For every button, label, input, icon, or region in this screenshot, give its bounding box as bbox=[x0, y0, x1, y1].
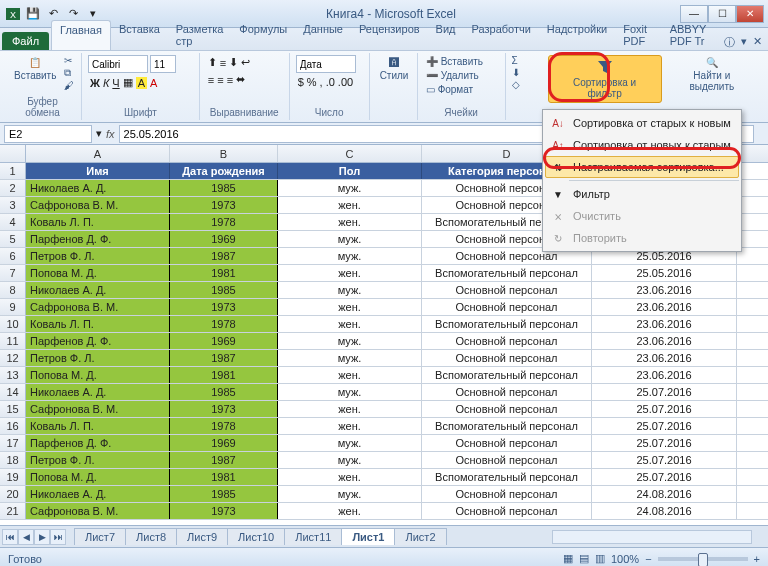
row-header-14[interactable]: 14 bbox=[0, 384, 26, 400]
table-row[interactable]: 15Сафронова В. М.1973жен.Основной персон… bbox=[0, 401, 768, 418]
sheet-tab-Лист8[interactable]: Лист8 bbox=[125, 528, 177, 545]
ribbon-tab-8[interactable]: Надстройки bbox=[539, 20, 615, 50]
cell[interactable]: 1985 bbox=[170, 282, 278, 298]
cell[interactable]: жен. bbox=[278, 299, 422, 315]
cell[interactable]: Вспомогательный персонал bbox=[422, 418, 592, 434]
cell[interactable]: жен. bbox=[278, 469, 422, 485]
cell[interactable]: Коваль Л. П. bbox=[26, 316, 170, 332]
font-size-input[interactable] bbox=[150, 55, 176, 73]
row-header-2[interactable]: 2 bbox=[0, 180, 26, 196]
save-icon[interactable]: 💾 bbox=[24, 5, 42, 23]
table-row[interactable]: 16Коваль Л. П.1978жен.Вспомогательный пе… bbox=[0, 418, 768, 435]
tab-nav-next-icon[interactable]: ▶ bbox=[34, 529, 50, 545]
column-header-B[interactable]: B bbox=[170, 145, 278, 162]
cell[interactable]: Основной персонал bbox=[422, 384, 592, 400]
cell[interactable]: 25.05.2016 bbox=[592, 265, 737, 281]
cell[interactable]: 1969 bbox=[170, 435, 278, 451]
cell[interactable]: муж. bbox=[278, 282, 422, 298]
decrease-decimal-icon[interactable]: .00 bbox=[338, 76, 353, 88]
namebox-dropdown-icon[interactable]: ▾ bbox=[96, 127, 102, 140]
file-tab[interactable]: Файл bbox=[2, 32, 49, 50]
cell[interactable]: 1973 bbox=[170, 503, 278, 519]
table-row[interactable]: 12Петров Ф. Л.1987муж.Основной персонал2… bbox=[0, 350, 768, 367]
view-pagebreak-icon[interactable]: ▥ bbox=[595, 552, 605, 565]
italic-button[interactable]: К bbox=[103, 77, 109, 89]
row-header-3[interactable]: 3 bbox=[0, 197, 26, 213]
align-right-icon[interactable]: ≡ bbox=[227, 74, 233, 86]
cell[interactable]: муж. bbox=[278, 333, 422, 349]
row-header-12[interactable]: 12 bbox=[0, 350, 26, 366]
cell[interactable]: муж. bbox=[278, 350, 422, 366]
cell[interactable]: Николаев А. Д. bbox=[26, 384, 170, 400]
cell[interactable]: 23.06.2016 bbox=[592, 333, 737, 349]
cell[interactable]: муж. bbox=[278, 180, 422, 196]
cell[interactable]: Попова М. Д. bbox=[26, 469, 170, 485]
row-header-17[interactable]: 17 bbox=[0, 435, 26, 451]
cell[interactable]: Основной персонал bbox=[422, 452, 592, 468]
align-center-icon[interactable]: ≡ bbox=[217, 74, 223, 86]
table-row[interactable]: 20Николаев А. Д.1985муж.Основной персона… bbox=[0, 486, 768, 503]
cell[interactable]: Сафронова В. М. bbox=[26, 299, 170, 315]
table-row[interactable]: 14Николаев А. Д.1985муж.Основной персона… bbox=[0, 384, 768, 401]
fill-color-button[interactable]: A bbox=[136, 77, 147, 89]
format-painter-icon[interactable]: 🖌 bbox=[64, 80, 74, 91]
cell[interactable]: Парфенов Д. Ф. bbox=[26, 333, 170, 349]
ribbon-tab-10[interactable]: ABBYY PDF Tr bbox=[662, 20, 724, 50]
styles-button[interactable]: 🅰 Стили bbox=[376, 55, 413, 83]
select-all-corner[interactable] bbox=[0, 145, 26, 162]
cell[interactable]: 25.07.2016 bbox=[592, 384, 737, 400]
row-header-9[interactable]: 9 bbox=[0, 299, 26, 315]
cell[interactable]: 25.07.2016 bbox=[592, 418, 737, 434]
sheet-tab-Лист1[interactable]: Лист1 bbox=[341, 528, 395, 545]
cell[interactable]: жен. bbox=[278, 265, 422, 281]
cell[interactable]: 1969 bbox=[170, 333, 278, 349]
column-header-A[interactable]: A bbox=[26, 145, 170, 162]
cell[interactable]: Основной персонал bbox=[422, 503, 592, 519]
cell[interactable]: 1985 bbox=[170, 384, 278, 400]
cell[interactable]: Петров Ф. Л. bbox=[26, 350, 170, 366]
underline-button[interactable]: Ч bbox=[112, 77, 119, 89]
ribbon-tab-9[interactable]: Foxit PDF bbox=[615, 20, 661, 50]
align-bottom-icon[interactable]: ⬇ bbox=[229, 56, 238, 69]
cell[interactable]: 24.08.2016 bbox=[592, 503, 737, 519]
percent-icon[interactable]: % bbox=[307, 76, 317, 88]
fill-down-icon[interactable]: ⬇ bbox=[512, 67, 520, 78]
cell[interactable]: Петров Ф. Л. bbox=[26, 452, 170, 468]
comma-icon[interactable]: , bbox=[320, 76, 323, 88]
find-select-button[interactable]: 🔍 Найти и выделить bbox=[666, 55, 758, 94]
cell[interactable]: муж. bbox=[278, 452, 422, 468]
cell[interactable]: Сафронова В. М. bbox=[26, 197, 170, 213]
tab-nav-first-icon[interactable]: ⏮ bbox=[2, 529, 18, 545]
cell[interactable]: Попова М. Д. bbox=[26, 265, 170, 281]
delete-cells-button[interactable]: ➖Удалить bbox=[424, 69, 485, 82]
row-header-5[interactable]: 5 bbox=[0, 231, 26, 247]
cell[interactable]: Петров Ф. Л. bbox=[26, 248, 170, 264]
cell[interactable]: 1973 bbox=[170, 299, 278, 315]
ribbon-help-icon[interactable]: ⓘ bbox=[724, 35, 735, 50]
insert-cells-button[interactable]: ➕Вставить bbox=[424, 55, 485, 68]
ribbon-tab-4[interactable]: Данные bbox=[295, 20, 351, 50]
row-header-21[interactable]: 21 bbox=[0, 503, 26, 519]
ribbon-tab-5[interactable]: Рецензиров bbox=[351, 20, 428, 50]
cell[interactable]: 23.06.2016 bbox=[592, 350, 737, 366]
cell[interactable]: 1978 bbox=[170, 418, 278, 434]
cell[interactable]: Парфенов Д. Ф. bbox=[26, 231, 170, 247]
cell[interactable]: Основной персонал bbox=[422, 401, 592, 417]
increase-decimal-icon[interactable]: .0 bbox=[326, 76, 335, 88]
cell[interactable]: жен. bbox=[278, 503, 422, 519]
cell[interactable]: жен. bbox=[278, 367, 422, 383]
table-row[interactable]: 7Попова М. Д.1981жен.Вспомогательный пер… bbox=[0, 265, 768, 282]
sheet-tab-Лист11[interactable]: Лист11 bbox=[284, 528, 342, 545]
row-header-1[interactable]: 1 bbox=[0, 163, 26, 179]
cell[interactable]: 1981 bbox=[170, 469, 278, 485]
row-header-20[interactable]: 20 bbox=[0, 486, 26, 502]
currency-icon[interactable]: $ bbox=[298, 76, 304, 88]
zoom-out-button[interactable]: − bbox=[645, 553, 651, 565]
fx-icon[interactable]: fx bbox=[106, 128, 115, 140]
paste-button[interactable]: 📋 Вставить bbox=[10, 55, 60, 83]
cell[interactable]: 1987 bbox=[170, 350, 278, 366]
cell[interactable]: Основной персонал bbox=[422, 282, 592, 298]
copy-icon[interactable]: ⧉ bbox=[64, 67, 74, 79]
cell[interactable]: жен. bbox=[278, 401, 422, 417]
view-normal-icon[interactable]: ▦ bbox=[563, 552, 573, 565]
